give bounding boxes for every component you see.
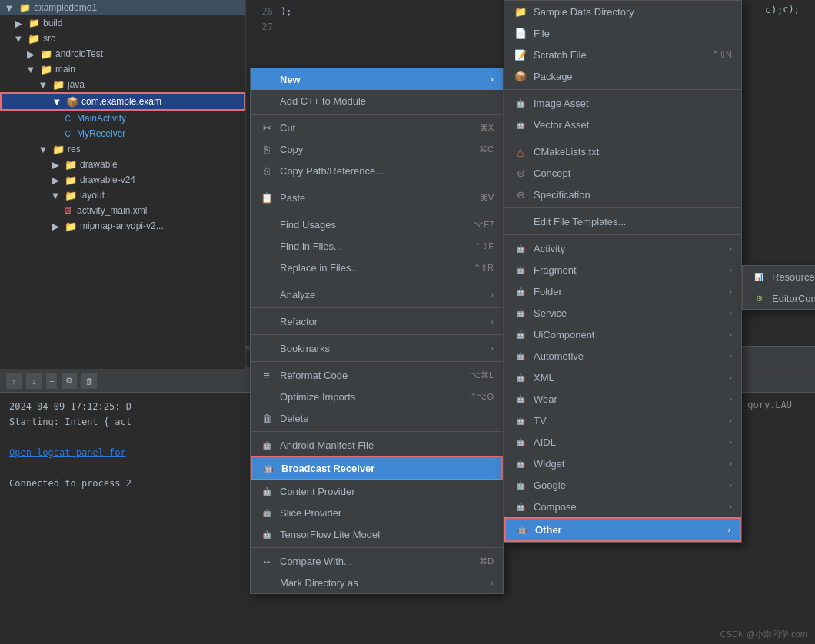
submenu-item-service[interactable]: 🤖 Service › [504, 302, 741, 324]
menu-item-optimize-imports[interactable]: Optimize Imports ⌃⌥O [251, 386, 503, 407]
submenu-label-file: File [534, 28, 732, 39]
watermark: CSDN @小崇同学.com [720, 629, 807, 640]
tree-item-main[interactable]: ▼ 📁 main [0, 61, 245, 77]
menu-item-broadcast-receiver[interactable]: 🤖 Broadcast Receiver [251, 456, 503, 480]
submenu-item-uicomponent[interactable]: 🤖 UiComponent › [504, 324, 741, 345]
menu-label-slice-provider: Slice Provider [280, 507, 494, 519]
submenu-item-aidl[interactable]: 🤖 AIDL › [504, 431, 741, 453]
submenu-item-compose[interactable]: 🤖 Compose › [504, 496, 741, 517]
menu-item-copy-path[interactable]: ⎘ Copy Path/Reference... [251, 160, 503, 181]
menu-item-cut[interactable]: ✂ Cut ⌘X [251, 117, 503, 138]
menu-item-copy[interactable]: ⎘ Copy ⌘C [251, 138, 503, 160]
submenu-item-other[interactable]: 🤖 Other › [504, 517, 741, 542]
tree-item-exampledemo1[interactable]: ▼ 📁 exampledemo1 [0, 0, 245, 15]
menu-label-optimize: Optimize Imports [280, 391, 454, 403]
tree-item-package[interactable]: ▼ 📦 com.example.exam [0, 92, 245, 111]
menu-label-cut: Cut [280, 122, 464, 134]
chevron-right-icon-androidtest: ▶ [25, 48, 37, 60]
submenu-item-google[interactable]: 🤖 Google › [504, 474, 741, 496]
copy-shortcut: ⌘C [479, 144, 494, 154]
submenu-item-vector-asset[interactable]: 🤖 Vector Asset [504, 114, 741, 135]
menu-item-find-in-files[interactable]: Find in Files... ⌃⇧F [251, 235, 503, 257]
cmake-icon: △ [514, 144, 527, 158]
concept-icon: ⊖ [514, 166, 527, 180]
tree-item-drawable[interactable]: ▶ 📁 drawable [0, 157, 245, 172]
menu-item-refactor[interactable]: Refactor › [251, 310, 503, 332]
menu-item-tensorflow[interactable]: 🤖 TensorFlow Lite Model [251, 523, 503, 545]
log-filter-button[interactable]: ≡ [46, 373, 57, 389]
tree-label-src: src [43, 33, 55, 44]
menu-item-delete[interactable]: 🗑 Delete [251, 407, 503, 429]
menu-item-compare-with[interactable]: ↔ Compare With... ⌘D [251, 550, 503, 572]
tree-item-mipmap[interactable]: ▶ 📁 mipmap-anydpi-v2... [0, 218, 245, 234]
tree-item-drawable-v24[interactable]: ▶ 📁 drawable-v24 [0, 172, 245, 188]
scratch-shortcut: ⌃⇧N [712, 50, 732, 60]
submenu-item-folder[interactable]: 🤖 Folder › [504, 281, 741, 302]
submenu-item-activity[interactable]: 🤖 Activity › [504, 237, 741, 259]
tree-item-build[interactable]: ▶ 📁 build [0, 15, 245, 31]
package-submenu-icon: 📦 [514, 69, 527, 83]
tv-arrow-icon: › [729, 416, 732, 425]
refactor-icon [260, 314, 274, 328]
submenu-item-widget[interactable]: 🤖 Widget › [504, 453, 741, 474]
analyze-arrow-icon: › [491, 290, 494, 299]
package-icon: 📦 [66, 95, 78, 108]
submenu-other-editorconfig[interactable]: ⚙ EditorConfig File [743, 287, 815, 309]
log-scroll-down-button[interactable]: ↓ [26, 373, 42, 389]
submenu-item-specification[interactable]: ⊖ Specification [504, 184, 741, 205]
menu-item-new[interactable]: New › [251, 68, 503, 90]
folder-icon-drawable-v24: 📁 [65, 174, 77, 186]
menu-item-add-cpp[interactable]: Add C++ to Module [251, 90, 503, 111]
tree-item-myreceiver[interactable]: C MyReceiver [0, 126, 245, 141]
separator-8 [251, 431, 503, 432]
menu-item-reformat[interactable]: ≡ Reformat Code ⌥⌘L [251, 364, 503, 386]
menu-item-find-usages[interactable]: Find Usages ⌥F7 [251, 214, 503, 235]
submenu-item-sample-data-dir[interactable]: 📁 Sample Data Directory [504, 1, 741, 22]
tree-item-layout[interactable]: ▼ 📁 layout [0, 188, 245, 203]
open-logcat-link[interactable]: Open logcat panel for [9, 447, 126, 458]
log-scroll-up-button[interactable]: ↑ [6, 373, 22, 389]
folder-icon-res: 📁 [52, 143, 65, 155]
submenu-other-resource-bundle[interactable]: 📊 Resource Bundle [743, 266, 815, 287]
submenu-item-cmake[interactable]: △ CMakeLists.txt [504, 141, 741, 162]
tree-item-androidtest[interactable]: ▶ 📁 androidTest [0, 46, 245, 61]
menu-item-replace-in-files[interactable]: Replace in Files... ⌃⇧R [251, 257, 503, 278]
submenu-item-image-asset[interactable]: 🤖 Image Asset [504, 92, 741, 114]
submenu-item-file[interactable]: 📄 File [504, 22, 741, 44]
submenu-label-wear: Wear [534, 393, 729, 405]
tree-item-mainactivity[interactable]: C MainActivity [0, 111, 245, 126]
log-clear-button[interactable]: 🗑 [82, 373, 97, 389]
submenu-item-package[interactable]: 📦 Package [504, 65, 741, 87]
submenu-item-xml[interactable]: 🤖 XML › [504, 367, 741, 388]
tree-item-src[interactable]: ▼ 📁 src [0, 31, 245, 46]
tree-label-build: build [43, 18, 62, 28]
tree-item-java[interactable]: ▼ 📁 java [0, 77, 245, 92]
menu-item-mark-dir[interactable]: Mark Directory as › [251, 572, 503, 593]
menu-item-slice-provider[interactable]: 🤖 Slice Provider [251, 502, 503, 523]
menu-label-find-usages: Find Usages [280, 219, 458, 231]
submenu-item-tv[interactable]: 🤖 TV › [504, 410, 741, 431]
menu-item-paste[interactable]: 📋 Paste ⌘V [251, 187, 503, 208]
log-settings-button[interactable]: ⚙ [62, 373, 77, 389]
tree-label-main: main [55, 64, 75, 75]
menu-item-android-manifest[interactable]: 🤖 Android Manifest File [251, 434, 503, 456]
menu-item-content-provider[interactable]: 🤖 Content Provider [251, 480, 503, 502]
compose-icon: 🤖 [514, 500, 527, 513]
submenu-label-resource-bundle: Resource Bundle [772, 271, 815, 283]
separator-7 [251, 361, 503, 362]
folder-icon-layout: 📁 [65, 189, 77, 201]
submenu-item-edit-templates[interactable]: Edit File Templates... [504, 211, 741, 232]
submenu-item-wear[interactable]: 🤖 Wear › [504, 388, 741, 410]
submenu-item-automotive[interactable]: 🤖 Automotive › [504, 345, 741, 367]
xml-submenu-icon: 🤖 [514, 370, 527, 384]
submenu-item-scratch-file[interactable]: 📝 Scratch File ⌃⇧N [504, 44, 741, 65]
menu-label-android-manifest: Android Manifest File [280, 440, 494, 451]
submenu-item-fragment[interactable]: 🤖 Fragment › [504, 259, 741, 281]
tree-item-res[interactable]: ▼ 📁 res [0, 141, 245, 157]
scratch-file-icon: 📝 [514, 48, 527, 61]
menu-item-bookmarks[interactable]: Bookmarks › [251, 337, 503, 359]
submenu-item-concept[interactable]: ⊖ Concept [504, 162, 741, 184]
tree-item-activity-main-xml[interactable]: 🖼 activity_main.xml [0, 203, 245, 218]
tree-label-mipmap: mipmap-anydpi-v2... [80, 221, 164, 231]
menu-item-analyze[interactable]: Analyze › [251, 284, 503, 305]
